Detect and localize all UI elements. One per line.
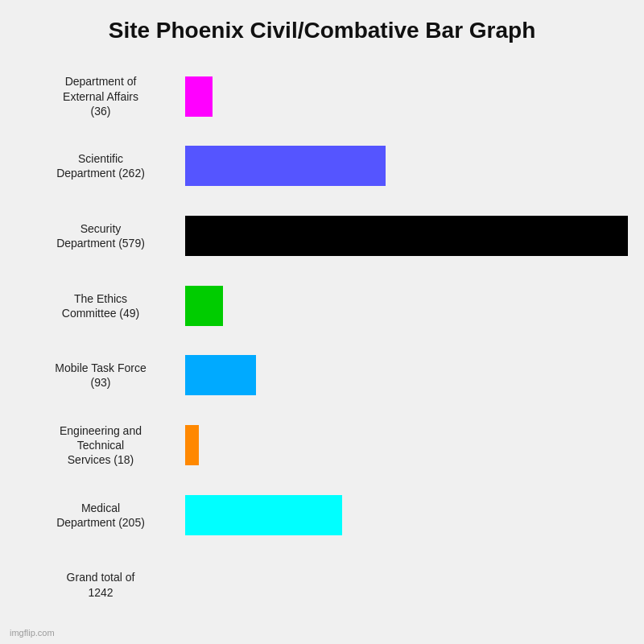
- bar-row: Mobile Task Force(93): [24, 351, 620, 399]
- bar-rect: [185, 286, 223, 326]
- bar-rect: [185, 216, 628, 256]
- bar-track: [185, 146, 620, 186]
- bar-label: The EthicsCommittee (49): [24, 291, 185, 320]
- bar-label: MedicalDepartment (205): [24, 501, 185, 530]
- bar-label: Grand total of1242: [24, 570, 185, 599]
- chart-container: Site Phoenix Civil/Combative Bar Graph D…: [0, 0, 644, 644]
- bar-rect: [185, 76, 213, 117]
- bar-rect: [185, 146, 386, 186]
- bar-row: SecurityDepartment (579): [24, 212, 620, 260]
- bar-rect: [185, 355, 256, 395]
- chart-area: Department ofExternal Affairs(36)Scienti…: [16, 61, 628, 620]
- bar-label: Department ofExternal Affairs(36): [24, 74, 185, 118]
- bar-row: Department ofExternal Affairs(36): [24, 72, 620, 121]
- bar-row: Grand total of1242: [24, 561, 620, 609]
- bar-track: [185, 495, 620, 535]
- bar-label: Mobile Task Force(93): [24, 361, 185, 390]
- bar-row: MedicalDepartment (205): [24, 491, 620, 539]
- bar-rect: [185, 495, 342, 535]
- bar-row: ScientificDepartment (262): [24, 142, 620, 190]
- bar-track: [185, 425, 620, 465]
- bar-label: Engineering andTechnicalServices (18): [24, 423, 185, 468]
- bar-row: Engineering andTechnicalServices (18): [24, 421, 620, 469]
- bar-track: [185, 286, 620, 326]
- bar-label: ScientificDepartment (262): [24, 151, 185, 180]
- bar-label: SecurityDepartment (579): [24, 221, 185, 250]
- bar-rect: [185, 425, 199, 465]
- watermark: imgflip.com: [10, 628, 55, 638]
- chart-title: Site Phoenix Civil/Combative Bar Graph: [109, 16, 536, 45]
- bar-track: [185, 216, 628, 256]
- bar-track: [185, 355, 620, 395]
- bar-track: [185, 76, 620, 117]
- bar-row: The EthicsCommittee (49): [24, 282, 620, 330]
- bar-track: [185, 565, 620, 605]
